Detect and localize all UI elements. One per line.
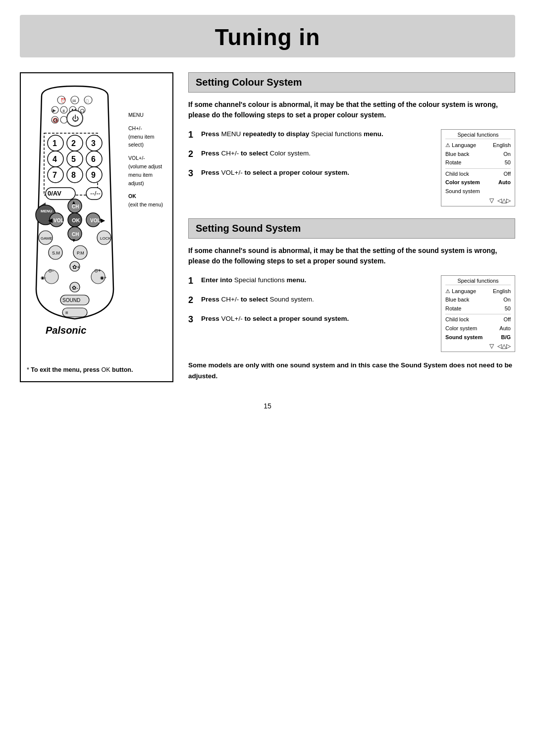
- svg-text:3: 3: [91, 139, 96, 148]
- colour-steps-row: 1 Press MENU repeatedly to display Speci…: [188, 129, 515, 206]
- menu-label: MENU: [128, 112, 144, 118]
- colour-section-heading: Setting Colour System: [188, 72, 515, 93]
- svg-text:◀: ◀: [48, 217, 53, 224]
- sound-menu-row-soundsystem: Sound system B/G: [445, 333, 511, 342]
- svg-text:P.M: P.M: [77, 251, 84, 255]
- svg-text:MENU: MENU: [41, 209, 53, 213]
- svg-text:SOUND: SOUND: [62, 298, 80, 303]
- sound-step-3: 3 Press VOL+/- to select a proper sound …: [188, 314, 431, 326]
- ch-plus-minus-label: CH+/-: [128, 125, 142, 131]
- svg-text:⏰: ⏰: [60, 98, 66, 103]
- svg-text:VOL: VOL: [54, 218, 64, 223]
- remote-labels: MENU CH+/- (menu item select) VOL+/- (vo…: [128, 111, 166, 214]
- menu-item-select-label: (menu item select): [128, 134, 155, 148]
- exit-menu-label: (exit the menu): [128, 202, 163, 207]
- svg-text:□: □: [86, 99, 89, 103]
- colour-menu-title: Special functions: [445, 132, 511, 139]
- svg-text:✿-: ✿-: [72, 285, 78, 291]
- colour-menu-arrow-row: ▽ ◁△▷: [445, 197, 511, 204]
- colour-steps-list: 1 Press MENU repeatedly to display Speci…: [188, 129, 431, 187]
- colour-menu-divider: [445, 168, 511, 169]
- ok-label: OK: [128, 193, 136, 199]
- remote-diagram-container: ⏰ ✉ □ ▶ ⏸ ▐▐: [27, 81, 166, 360]
- svg-text:≡: ≡: [65, 310, 68, 315]
- svg-text:🔇: 🔇: [53, 117, 58, 123]
- svg-text:6: 6: [91, 155, 96, 163]
- svg-text:5: 5: [71, 155, 76, 163]
- svg-text:9: 9: [91, 171, 96, 179]
- svg-text:⏸: ⏸: [61, 109, 65, 113]
- svg-text:Palsonic: Palsonic: [46, 325, 86, 336]
- vol-plus-minus-label: VOL+/-: [128, 155, 145, 161]
- left-panel: ⏰ ✉ □ ▶ ⏸ ▐▐: [20, 72, 173, 382]
- svg-text:◉+: ◉+: [100, 275, 107, 280]
- svg-text:GAME: GAME: [41, 236, 53, 241]
- sound-menu-diagram: Special functions ⚠ Language English Blu…: [441, 275, 515, 353]
- svg-text:▶: ▶: [101, 217, 106, 224]
- remote-control-image: ⏰ ✉ □ ▶ ⏸ ▐▐: [27, 81, 123, 360]
- svg-text:OK: OK: [72, 217, 80, 223]
- sound-menu-arrow-row: ▽ ◁△▷: [445, 343, 511, 350]
- svg-text:✉: ✉: [72, 99, 76, 103]
- sound-menu-row-childlock: Child lock Off: [445, 315, 511, 324]
- page-number: 15: [0, 402, 535, 410]
- svg-text:▶: ▶: [53, 108, 56, 113]
- svg-text:◉-: ◉-: [41, 275, 46, 280]
- svg-text:S.M: S.M: [52, 251, 60, 255]
- svg-text:⊙+: ⊙+: [94, 268, 101, 273]
- svg-text:⊙-: ⊙-: [48, 268, 54, 273]
- sound-menu-row-rotate: Rotate 50: [445, 304, 511, 313]
- colour-menu-row-soundsystem: Sound system: [445, 187, 511, 196]
- svg-text:▲: ▲: [71, 200, 76, 205]
- svg-text:CH: CH: [72, 232, 79, 237]
- svg-text:2: 2: [71, 139, 76, 148]
- volume-adjust-label: (volume adjust: [128, 163, 162, 169]
- colour-menu-row-colorsystem: Color system Auto: [445, 178, 511, 187]
- svg-text:✿+: ✿+: [72, 264, 80, 270]
- colour-menu-row-language: ⚠ Language English: [445, 141, 511, 150]
- menu-item-adjust-label: menu item adjust): [128, 172, 153, 186]
- sound-steps-row: 1 Enter into Special functions menu. 2 P…: [188, 275, 515, 353]
- colour-menu-row-rotate: Rotate 50: [445, 158, 511, 167]
- sound-section-heading: Setting Sound System: [188, 218, 515, 239]
- sound-menu-row-blueback: Blue back On: [445, 296, 511, 304]
- sound-section: Setting Sound System If some channel's s…: [188, 218, 515, 382]
- sound-menu-divider: [445, 314, 511, 314]
- colour-step-1: 1 Press MENU repeatedly to display Speci…: [188, 129, 431, 142]
- colour-menu-row-blueback: Blue back On: [445, 150, 511, 159]
- sound-step-2: 2 Press CH+/- to select Sound system.: [188, 295, 431, 307]
- sound-intro-text: If some channel's sound is abnormal, it …: [188, 246, 515, 266]
- sound-menu-row-colorsystem: Color system Auto: [445, 324, 511, 333]
- svg-text:--/--: --/--: [90, 190, 101, 197]
- svg-text:1: 1: [53, 139, 57, 148]
- sound-step-1: 1 Enter into Special functions menu.: [188, 275, 431, 288]
- svg-text:VOL: VOL: [90, 218, 101, 223]
- colour-intro-text: If some channel's colour is abnormal, it…: [188, 100, 515, 120]
- colour-menu-row-childlock: Child lock Off: [445, 170, 511, 179]
- svg-text:LOCK: LOCK: [100, 236, 111, 241]
- colour-section: Setting Colour System If some channel's …: [188, 72, 515, 206]
- svg-text:7: 7: [53, 171, 57, 179]
- sound-menu-title: Special functions: [445, 278, 511, 285]
- footer-note: * To exit the menu, press OK button.: [27, 366, 166, 373]
- svg-text:▼: ▼: [71, 238, 76, 243]
- page-title-bar: Tuning in: [20, 15, 515, 57]
- svg-text:⏻: ⏻: [72, 114, 79, 122]
- svg-text:4: 4: [53, 155, 57, 163]
- svg-text:8: 8: [71, 171, 76, 179]
- sound-steps-list: 1 Enter into Special functions menu. 2 P…: [188, 275, 431, 333]
- colour-step-2: 2 Press CH+/- to select Color system.: [188, 149, 431, 161]
- sound-note-text: Some models are only with one sound syst…: [188, 360, 515, 381]
- page-title: Tuning in: [20, 24, 515, 50]
- colour-step-3: 3 Press VOL+/- to select a proper colour…: [188, 168, 431, 180]
- sound-menu-row-language: ⚠ Language English: [445, 287, 511, 296]
- svg-text:0/AV: 0/AV: [48, 190, 61, 197]
- colour-menu-diagram: Special functions ⚠ Language English Blu…: [441, 129, 515, 206]
- right-panel: Setting Colour System If some channel's …: [188, 72, 515, 382]
